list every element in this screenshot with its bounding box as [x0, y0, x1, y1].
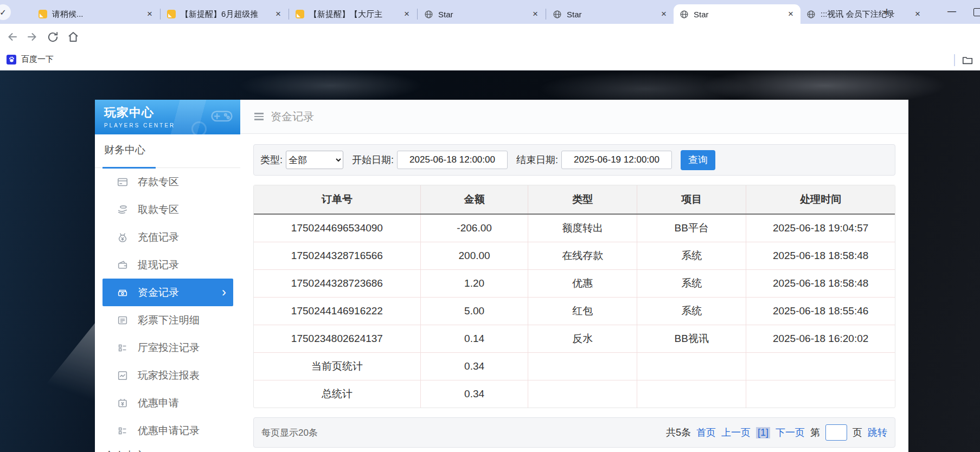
tab-close-icon[interactable]: ×: [144, 9, 155, 20]
table-cell: [637, 353, 746, 380]
page-header: 资金记录: [240, 100, 908, 134]
browser-tab[interactable]: 【新提醒】【大厅主×: [290, 4, 417, 24]
start-date-input[interactable]: [397, 151, 508, 169]
lottery-list-icon: [117, 314, 129, 326]
page-number-input[interactable]: [825, 424, 847, 441]
page-title: 资金记录: [271, 109, 314, 124]
hall-list-icon: [117, 342, 129, 354]
window-restore-button[interactable]: [973, 8, 980, 16]
page-size-text: 每页显示20条: [261, 427, 318, 439]
table-cell: 红包: [528, 298, 637, 325]
table-row: 1750244328716566200.00在线存款系统2025-06-18 1…: [254, 242, 895, 270]
table-cell: BB平台: [637, 214, 746, 242]
table-cell: 额度转出: [528, 214, 637, 242]
start-date-label: 开始日期:: [352, 153, 394, 166]
tab-close-icon[interactable]: ×: [785, 9, 796, 20]
hamburger-icon: [254, 113, 264, 120]
report-chart-icon: [117, 370, 129, 382]
browser-tab[interactable]: Star×: [418, 4, 545, 24]
table-row: 17502348026241370.14反水BB视讯2025-06-18 16:…: [254, 325, 895, 353]
table-cell: [746, 353, 895, 380]
column-header: 类型: [528, 185, 637, 214]
gamepad-icon: [208, 104, 236, 130]
next-page-link[interactable]: 下一页: [776, 426, 805, 439]
tab-title: :::视讯 会员下注纪录: [821, 9, 910, 20]
sidebar-next-section-title: 个人中心: [95, 444, 240, 452]
table-cell: 0.34: [420, 353, 528, 380]
sidebar-item-提现记录[interactable]: 提现记录: [95, 251, 240, 279]
prev-page-link[interactable]: 上一页: [721, 426, 751, 439]
first-page-link[interactable]: 首页: [696, 426, 716, 439]
table-header-row: 订单号金额类型项目处理时间: [254, 185, 895, 214]
tab-close-icon[interactable]: ×: [273, 9, 284, 20]
withdraw-hand-icon: [117, 204, 129, 216]
back-icon[interactable]: [5, 30, 20, 44]
table-cell: [528, 353, 637, 380]
tab-close-icon[interactable]: ×: [530, 9, 541, 20]
reload-icon[interactable]: [46, 30, 60, 44]
end-date-input[interactable]: [561, 151, 672, 169]
bookmark-baidu[interactable]: 百度一下: [7, 54, 54, 64]
browser-tab[interactable]: 【新提醒】6月超级推×: [161, 4, 288, 24]
table-body: 1750244696534090-206.00额度转出BB平台2025-06-1…: [254, 214, 895, 408]
tab-close-icon[interactable]: ×: [401, 9, 412, 20]
promo-ticket-icon: [117, 397, 129, 409]
table-cell: [528, 380, 637, 408]
sidebar-item-彩票下注明细[interactable]: 彩票下注明细: [95, 306, 240, 334]
forward-icon[interactable]: [25, 30, 39, 44]
tab-title: 【新提醒】6月超级推: [181, 9, 271, 20]
globe-icon: [680, 10, 689, 19]
sidebar-item-label: 彩票下注明细: [138, 313, 200, 327]
column-header: 金额: [420, 185, 528, 214]
tab-title: Star: [567, 10, 656, 19]
table-cell: 总统计: [254, 380, 420, 408]
globe-icon: [806, 10, 816, 19]
profile-avatar[interactable]: ✓: [0, 4, 11, 20]
browser-tab[interactable]: Star×: [547, 4, 674, 24]
sidebar-item-充值记录[interactable]: 充值记录: [95, 223, 240, 251]
other-bookmarks-folder-icon[interactable]: [962, 54, 973, 68]
bookmark-label: 百度一下: [21, 54, 54, 64]
sidebar-item-优惠申请[interactable]: 优惠申请: [95, 389, 240, 417]
mail-icon: [39, 10, 47, 18]
table-cell: 1750244696534090: [254, 214, 420, 242]
browser-tab[interactable]: 请稍候...×: [33, 4, 159, 24]
browser-tab[interactable]: :::视讯 会员下注纪录×: [800, 4, 927, 24]
withdrawal-wallet-icon: [117, 259, 129, 271]
table-cell: 2025-06-18 18:58:48: [746, 242, 895, 270]
column-header: 项目: [637, 185, 746, 214]
window-minimize-button[interactable]: —: [944, 5, 960, 19]
tab-separator: [417, 9, 418, 20]
sidebar-item-玩家投注报表[interactable]: 玩家投注报表: [95, 361, 240, 389]
column-header: 处理时间: [746, 185, 895, 214]
sidebar-item-取款专区[interactable]: 取款专区: [95, 196, 240, 223]
sidebar-item-优惠申请记录[interactable]: 优惠申请记录: [95, 417, 240, 444]
jump-link[interactable]: 跳转: [868, 426, 887, 439]
table-cell: 1750244328716566: [254, 242, 420, 270]
sidebar-item-资金记录[interactable]: 资金记录›: [103, 279, 233, 306]
sidebar-item-label: 优惠申请记录: [138, 424, 200, 438]
browser-tab-active[interactable]: Star×: [674, 4, 800, 24]
table-row: 17502443287236861.20优惠系统2025-06-18 18:58…: [254, 270, 895, 298]
sidebar-item-存款专区[interactable]: 存款专区: [95, 168, 240, 196]
player-center-sidebar: 玩家中心 PLAYERS CENTER 财务中心 存款专区取款专区充值记录提现记…: [95, 100, 240, 452]
tab-separator: [160, 9, 161, 20]
sidebar-item-厅室投注记录[interactable]: 厅室投注记录: [95, 334, 240, 361]
sidebar-item-label: 优惠申请: [138, 396, 179, 410]
type-select[interactable]: 全部: [286, 151, 343, 169]
recharge-bag-icon: [117, 231, 129, 243]
table-cell: BB视讯: [637, 325, 746, 353]
tab-close-icon[interactable]: ×: [912, 9, 923, 20]
tab-title: Star: [438, 10, 528, 19]
baidu-icon: [7, 55, 16, 64]
total-count-text: 共5条: [666, 426, 691, 439]
search-button[interactable]: 查询: [681, 150, 715, 170]
type-label: 类型:: [260, 153, 283, 166]
pagination-bar: 每页显示20条 共5条 首页 上一页 [1] 下一页 第 页 跳转: [253, 417, 895, 448]
home-icon[interactable]: [66, 30, 80, 44]
tab-close-icon[interactable]: ×: [658, 9, 669, 20]
browser-tab-strip: ✓ 请稍候...×【新提醒】6月超级推×【新提醒】【大厅主×Star×Star×…: [0, 0, 980, 24]
new-tab-button[interactable]: +: [879, 4, 895, 21]
sidebar-item-label: 资金记录: [138, 286, 179, 300]
table-cell: 0.14: [420, 325, 528, 353]
